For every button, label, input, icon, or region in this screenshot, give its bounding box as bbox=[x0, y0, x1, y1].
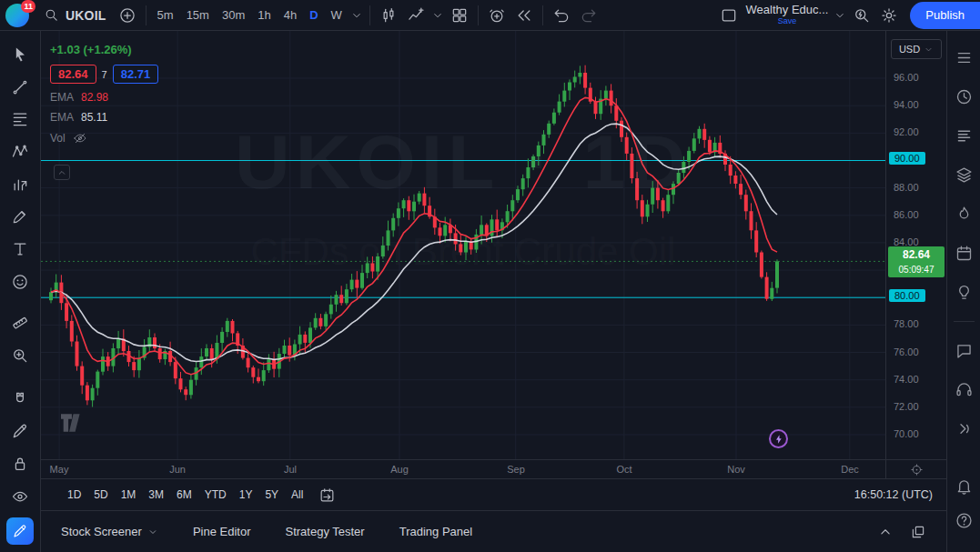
axis-settings[interactable] bbox=[885, 460, 946, 478]
ideas-lightbulb-button[interactable] bbox=[952, 280, 975, 304]
range-5y-button[interactable]: 5Y bbox=[258, 485, 285, 505]
quick-search-button[interactable] bbox=[848, 3, 875, 28]
buy-ask-button[interactable]: 82.71 bbox=[113, 65, 159, 84]
interval-dropdown-button[interactable] bbox=[349, 3, 365, 28]
undo-button[interactable] bbox=[548, 3, 575, 28]
layout-dropdown-button[interactable] bbox=[832, 3, 848, 28]
indicator-volume[interactable]: Vol bbox=[50, 131, 158, 146]
server-clock[interactable]: 16:50:12 (UTC) bbox=[854, 488, 933, 501]
hotlists-flame-button[interactable] bbox=[952, 202, 975, 226]
ruler-tool-button[interactable] bbox=[7, 312, 33, 334]
bottom-panel: Stock ScreenerPine EditorStrategy Tester… bbox=[41, 510, 946, 552]
panel-collapse-button[interactable] bbox=[877, 524, 894, 540]
chat-button[interactable] bbox=[952, 338, 975, 362]
bar-replay-button[interactable] bbox=[510, 3, 538, 28]
settings-button[interactable] bbox=[875, 3, 903, 28]
tradingview-logo[interactable] bbox=[61, 414, 85, 432]
interval-30m[interactable]: 30m bbox=[216, 3, 251, 28]
month-label: Aug bbox=[390, 464, 409, 475]
interval-15m[interactable]: 15m bbox=[180, 3, 216, 28]
hotlists-flame-icon bbox=[955, 205, 974, 224]
details-button[interactable] bbox=[952, 124, 975, 147]
time-axis[interactable]: MayJunJulAugSepOctNovDec bbox=[41, 459, 946, 478]
watchlist-button[interactable] bbox=[952, 45, 975, 69]
sidebar-bottom-group bbox=[952, 474, 975, 543]
range-ytd-button[interactable]: YTD bbox=[198, 485, 233, 505]
indicator-ema-fast[interactable]: EMA 82.98 bbox=[50, 91, 158, 104]
user-avatar[interactable]: 11 bbox=[5, 4, 29, 27]
range-1m-button[interactable]: 1M bbox=[115, 485, 143, 505]
zoom-tool-button[interactable] bbox=[7, 345, 33, 366]
indicator-ema-slow[interactable]: EMA 85.11 bbox=[50, 111, 158, 124]
streams-button[interactable] bbox=[952, 417, 975, 440]
create-alert-button[interactable] bbox=[483, 3, 510, 28]
interval-4h[interactable]: 4h bbox=[278, 3, 303, 28]
range-3m-button[interactable]: 3M bbox=[142, 485, 170, 505]
compare-symbol-button[interactable] bbox=[114, 3, 141, 28]
month-label: Nov bbox=[727, 464, 745, 475]
chart-area[interactable]: UKOIL · 1D CFDs on Brent Crude Oil +1.03… bbox=[41, 31, 885, 459]
magnet-tool-button[interactable] bbox=[7, 388, 33, 410]
forecast-tool-button[interactable] bbox=[7, 174, 33, 196]
publish-button[interactable]: Publish bbox=[910, 2, 980, 29]
text-tool-tool-button[interactable] bbox=[7, 238, 33, 260]
range-6m-button[interactable]: 6M bbox=[170, 485, 198, 505]
price-scale[interactable]: USD 96.0094.0092.0090.0088.0086.0084.008… bbox=[885, 31, 946, 459]
pattern-tool-button[interactable] bbox=[7, 141, 33, 163]
pencil-tool-button[interactable] bbox=[7, 420, 33, 442]
save-label[interactable]: Save bbox=[778, 17, 797, 26]
emoji-tool-button[interactable] bbox=[7, 271, 33, 293]
candlestick-chart[interactable] bbox=[41, 31, 885, 459]
open-layout-button[interactable] bbox=[715, 3, 743, 28]
eye-tool-button[interactable] bbox=[7, 486, 33, 507]
interval-D[interactable]: D bbox=[303, 3, 324, 28]
panel-restore-button[interactable] bbox=[910, 524, 926, 540]
layout-name-button[interactable]: Wealthy Educ... Save bbox=[743, 4, 833, 25]
indicators-button[interactable] bbox=[402, 3, 429, 28]
search-icon bbox=[44, 7, 59, 23]
notifications-bell-button[interactable] bbox=[952, 474, 975, 497]
axis-settings-icon bbox=[910, 463, 924, 477]
legend-collapse-button[interactable] bbox=[54, 165, 70, 180]
tab-pine-editor[interactable]: Pine Editor bbox=[193, 525, 251, 538]
indicators-dropdown-button[interactable] bbox=[429, 3, 446, 28]
top-toolbar: 11 UKOIL 5m15m30m1h4hDW bbox=[0, 0, 980, 31]
chevron-down-icon bbox=[350, 9, 363, 22]
range-1d-button[interactable]: 1D bbox=[61, 485, 87, 505]
event-badge[interactable] bbox=[769, 429, 788, 448]
symbol-search-button[interactable]: UKOIL bbox=[36, 3, 114, 28]
chart-type-button[interactable] bbox=[375, 3, 402, 28]
tab-stock-screener[interactable]: Stock Screener bbox=[61, 525, 158, 538]
fib-retracement-tool-button[interactable] bbox=[7, 108, 33, 130]
divider bbox=[146, 5, 146, 25]
help-button[interactable] bbox=[952, 508, 975, 532]
support-headset-button[interactable] bbox=[952, 377, 975, 401]
layout-grid-button[interactable] bbox=[446, 3, 473, 28]
brush-tool-button[interactable] bbox=[7, 206, 33, 227]
tab-strategy-tester[interactable]: Strategy Tester bbox=[285, 525, 364, 538]
interval-5m[interactable]: 5m bbox=[151, 3, 180, 28]
currency-selector[interactable]: USD bbox=[891, 39, 942, 59]
redo-button[interactable] bbox=[575, 3, 602, 28]
ideas-lightbulb-icon bbox=[955, 283, 974, 302]
range-all-button[interactable]: All bbox=[285, 485, 309, 505]
interval-1h[interactable]: 1h bbox=[251, 3, 277, 28]
symbol-name: UKOIL bbox=[66, 8, 106, 23]
sell-bid-button[interactable]: 82.64 bbox=[50, 65, 96, 84]
trend-line-tool-button[interactable] bbox=[7, 76, 33, 98]
chart-legend: +1.03 (+1.26%) 82.64 7 82.71 EMA 82.98 E… bbox=[50, 43, 158, 146]
interval-W[interactable]: W bbox=[325, 3, 349, 28]
alerts-clock-button[interactable] bbox=[952, 85, 975, 108]
drawing-panel-highlight-button[interactable] bbox=[6, 517, 34, 545]
cursor-tool-button[interactable] bbox=[7, 44, 33, 65]
lock-tool-button[interactable] bbox=[7, 453, 33, 475]
month-label: Oct bbox=[616, 464, 631, 475]
price-tick: 92.00 bbox=[894, 126, 919, 137]
tab-trading-panel[interactable]: Trading Panel bbox=[399, 525, 472, 538]
range-5d-button[interactable]: 5D bbox=[87, 485, 114, 505]
range-1y-button[interactable]: 1Y bbox=[233, 485, 259, 505]
go-to-date-button[interactable] bbox=[318, 487, 336, 504]
calendar-button[interactable] bbox=[952, 241, 975, 265]
tab-label: Pine Editor bbox=[193, 525, 251, 538]
object-tree-button[interactable] bbox=[952, 163, 975, 186]
